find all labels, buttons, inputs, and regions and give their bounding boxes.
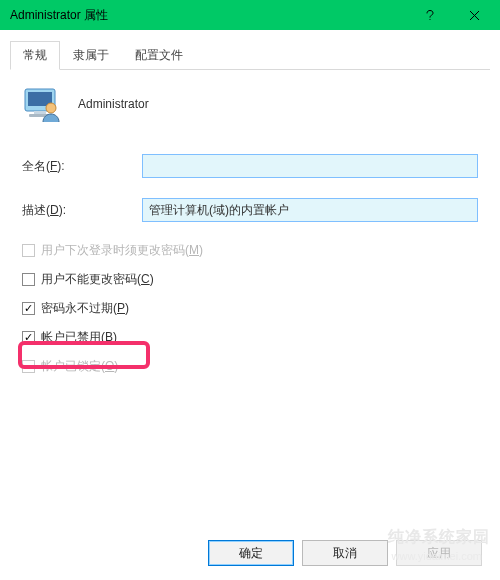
ok-button[interactable]: 确定 [208,540,294,566]
check-account-disabled[interactable]: 帐户已禁用(B) [22,329,478,346]
button-label: 确定 [239,545,263,562]
user-icon [22,84,62,124]
fullname-input[interactable] [142,154,478,178]
watermark-text: 纯净系统家园 [388,527,490,548]
watermark-url: www.yidaimei.com [392,550,482,562]
checkbox-label: 密码永不过期(P) [41,300,129,317]
description-row: 描述(D): [22,198,478,222]
account-name: Administrator [78,97,149,111]
description-label: 描述(D): [22,202,142,219]
button-label: 取消 [333,545,357,562]
description-input[interactable] [142,198,478,222]
help-button[interactable] [408,0,452,30]
check-cannot-change-pw[interactable]: 用户不能更改密码(C) [22,271,478,288]
fullname-row: 全名(F): [22,154,478,178]
checkbox-label: 用户下次登录时须更改密码(M) [41,242,203,259]
cancel-button[interactable]: 取消 [302,540,388,566]
checkbox[interactable] [22,273,35,286]
check-pw-never-expires[interactable]: 密码永不过期(P) [22,300,478,317]
tab-label: 常规 [23,48,47,62]
checkbox [22,360,35,373]
svg-rect-2 [34,111,46,114]
tab-strip: 常规 隶属于 配置文件 [10,40,490,70]
checkbox-label: 帐户已锁定(O) [41,358,118,375]
check-must-change-pw: 用户下次登录时须更改密码(M) [22,242,478,259]
checkbox[interactable] [22,302,35,315]
checkbox [22,244,35,257]
tab-label: 隶属于 [73,48,109,62]
svg-point-4 [46,103,56,113]
tab-panel-general: Administrator 全名(F): 描述(D): 用户下次登录时须更改密码… [0,70,500,401]
tab-member-of[interactable]: 隶属于 [60,41,122,70]
close-button[interactable] [452,0,496,30]
checkbox-group: 用户下次登录时须更改密码(M) 用户不能更改密码(C) 密码永不过期(P) 帐户… [22,242,478,375]
fullname-label: 全名(F): [22,158,142,175]
tab-profile[interactable]: 配置文件 [122,41,196,70]
checkbox-label: 用户不能更改密码(C) [41,271,154,288]
window-title: Administrator 属性 [10,7,408,24]
user-header: Administrator [22,84,478,124]
tab-general[interactable]: 常规 [10,41,60,70]
checkbox-label: 帐户已禁用(B) [41,329,117,346]
checkbox[interactable] [22,331,35,344]
title-bar: Administrator 属性 [0,0,500,30]
check-account-locked: 帐户已锁定(O) [22,358,478,375]
tab-label: 配置文件 [135,48,183,62]
